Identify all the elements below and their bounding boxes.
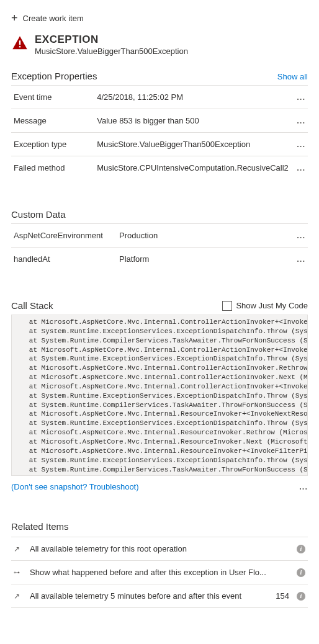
properties-section-header: Exception Properties Show all	[11, 71, 308, 81]
custom-data-heading: Custom Data	[11, 209, 66, 220]
svg-rect-0	[19, 40, 20, 45]
troubleshoot-row: (Don't see snapshot? Troubleshoot) ...	[11, 482, 308, 491]
custom-data-label: handledAt	[11, 248, 117, 271]
callstack-content[interactable]: at Microsoft.AspNetCore.Mvc.Internal.Con…	[11, 315, 308, 476]
exception-header: EXCEPTION MusicStore.ValueBiggerThan500E…	[11, 34, 308, 56]
flow-icon: ⊶	[14, 569, 22, 576]
related-item[interactable]: ⊶ Show what happened before and after th…	[11, 560, 308, 584]
custom-data-row: handledAt Platform ...	[11, 248, 308, 271]
plus-icon: +	[11, 12, 18, 24]
related-items-section: Related Items ↗ All available telemetry …	[11, 521, 308, 608]
related-item[interactable]: ↗ All available telemetry 5 minutes befo…	[11, 584, 308, 608]
property-value: Value 853 is bigger than 500	[94, 109, 291, 133]
more-actions-icon[interactable]: ...	[289, 482, 308, 491]
custom-data-label: AspNetCoreEnvironment	[11, 224, 117, 248]
show-all-link[interactable]: Show all	[277, 72, 308, 81]
svg-rect-1	[19, 46, 20, 47]
show-just-my-code-label: Show Just My Code	[236, 301, 308, 310]
checkbox-icon	[222, 301, 232, 311]
related-item-text: All available telemetry 5 minutes before…	[30, 591, 268, 601]
info-icon: i	[297, 545, 305, 553]
custom-data-value: Platform	[117, 248, 289, 271]
create-work-item-label: Create work item	[23, 14, 84, 23]
property-label: Failed method	[11, 156, 94, 180]
arrow-up-right-icon: ↗	[14, 545, 22, 553]
property-value: 4/25/2018, 11:25:02 PM	[94, 86, 291, 109]
property-label: Exception type	[11, 133, 94, 156]
related-item[interactable]: ↗ All available telemetry for this root …	[11, 537, 308, 560]
related-item-text: All available telemetry for this root op…	[30, 544, 282, 553]
more-actions-icon[interactable]: ...	[289, 224, 308, 248]
properties-table: Event time 4/25/2018, 11:25:02 PM ... Me…	[11, 85, 308, 179]
custom-data-value: Production	[117, 224, 289, 248]
warning-icon	[11, 35, 29, 52]
callstack-section-header: Call Stack Show Just My Code	[11, 300, 308, 311]
callstack-heading: Call Stack	[11, 300, 53, 311]
property-row: Event time 4/25/2018, 11:25:02 PM ...	[11, 86, 308, 109]
property-label: Event time	[11, 86, 94, 109]
info-icon: i	[297, 592, 305, 601]
more-actions-icon[interactable]: ...	[291, 133, 308, 156]
related-item-text: Show what happened before and after this…	[30, 568, 282, 577]
more-actions-icon[interactable]: ...	[291, 86, 308, 109]
custom-data-section-header: Custom Data	[11, 209, 308, 220]
info-icon: i	[297, 568, 305, 577]
property-row: Failed method MusicStore.CPUIntensiveCom…	[11, 156, 308, 180]
property-value: MusicStore.CPUIntensiveComputation.Recus…	[94, 156, 291, 180]
troubleshoot-link[interactable]: (Don't see snapshot? Troubleshoot)	[11, 482, 139, 491]
custom-data-row: AspNetCoreEnvironment Production ...	[11, 224, 308, 248]
more-actions-icon[interactable]: ...	[291, 109, 308, 133]
custom-data-table: AspNetCoreEnvironment Production ... han…	[11, 223, 308, 271]
exception-title: EXCEPTION	[35, 34, 188, 46]
property-row: Exception type MusicStore.ValueBiggerTha…	[11, 133, 308, 156]
property-label: Message	[11, 109, 94, 133]
related-item-count: 154	[276, 591, 289, 601]
properties-heading: Exception Properties	[11, 71, 97, 81]
create-work-item-button[interactable]: + Create work item	[11, 7, 308, 34]
arrow-up-right-icon: ↗	[14, 592, 22, 601]
related-items-heading: Related Items	[11, 521, 308, 532]
more-actions-icon[interactable]: ...	[291, 156, 308, 180]
exception-subtitle: MusicStore.ValueBiggerThan500Exception	[35, 47, 188, 56]
property-value: MusicStore.ValueBiggerThan500Exception	[94, 133, 291, 156]
property-row: Message Value 853 is bigger than 500 ...	[11, 109, 308, 133]
show-just-my-code-checkbox[interactable]: Show Just My Code	[222, 301, 308, 311]
more-actions-icon[interactable]: ...	[289, 248, 308, 271]
